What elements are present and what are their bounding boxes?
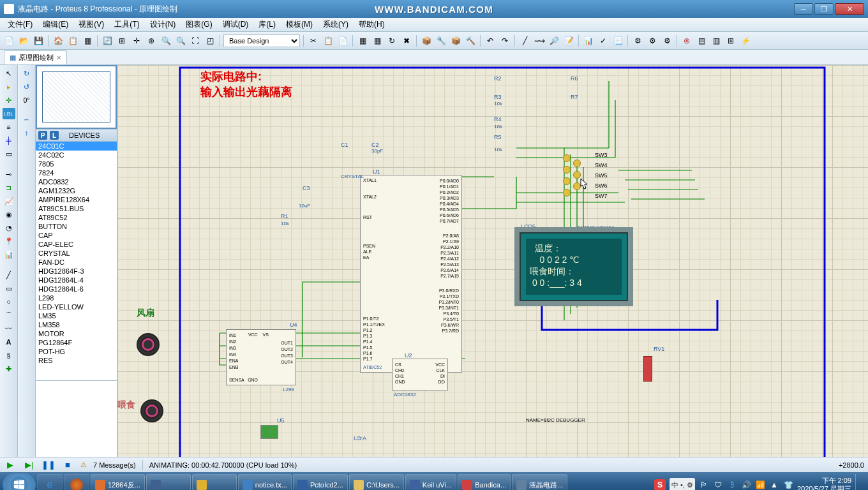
block-rotate-button[interactable]: ↻ (385, 34, 398, 47)
make-button[interactable]: 🔧 (435, 34, 447, 47)
taskbar-item[interactable]: PctoIcd2... (293, 474, 348, 490)
feed-motor-component[interactable] (140, 399, 163, 422)
tool-e-button[interactable]: ▤ (695, 34, 708, 47)
tray-flag-icon[interactable]: 🏳 (699, 480, 709, 490)
pick-button[interactable]: 📦 (420, 34, 433, 47)
rotate-cw-button[interactable]: ↻ (21, 68, 33, 79)
tab-close-icon[interactable]: ✕ (56, 54, 61, 61)
device-item[interactable]: LED-YELLOW (36, 302, 117, 311)
bom-button[interactable]: 📊 (582, 34, 595, 47)
tool-h-button[interactable]: ⚡ (739, 34, 752, 47)
device-item[interactable]: FAN-DC (36, 258, 117, 267)
u4-chip[interactable]: IN1IN2IN3IN4ENAENB VCC VS OUT1OUT2OUT3OU… (226, 329, 296, 385)
text-tool[interactable]: ≡ (3, 121, 15, 133)
arc-tool[interactable]: ⌒ (3, 309, 15, 321)
u2-chip[interactable]: CSCH0CH1GND VCCCLKDIDO ADC0832 (392, 359, 448, 390)
fan-component[interactable] (137, 333, 160, 356)
home-button[interactable]: 🏠 (52, 34, 64, 47)
menu-file[interactable]: 文件(F) (3, 18, 38, 31)
tool-f-button[interactable]: ▥ (710, 34, 722, 47)
selection-tool[interactable]: ↖ (3, 68, 15, 79)
autoroute-button[interactable]: ⟿ (533, 34, 546, 47)
device-item[interactable]: HDG12864F-3 (36, 267, 117, 276)
open-button[interactable]: 📂 (17, 34, 30, 47)
tool-g-button[interactable]: ⊞ (724, 34, 737, 47)
path-tool[interactable]: 〰 (3, 323, 15, 334)
decompose-button[interactable]: 🔨 (464, 34, 477, 47)
probe-tool[interactable]: 📍 (3, 235, 15, 247)
marker-tool[interactable]: ✚ (3, 363, 15, 375)
taskbar-item[interactable] (192, 474, 237, 490)
menu-debug[interactable]: 调试(D) (218, 18, 254, 31)
device-item[interactable]: MOTOR (36, 329, 117, 338)
schematic-canvas[interactable]: 实际电路中:输入输出光藕隔离 风扇 喂食 U1 XTAL1 XTAL2 RST … (117, 65, 868, 457)
device-item[interactable]: 24C02C (36, 151, 117, 160)
warning-icon[interactable]: ⚠ (80, 461, 87, 469)
property-button[interactable]: 📝 (562, 34, 575, 47)
undo-button[interactable]: ↶ (484, 34, 497, 47)
ime-indicator[interactable]: S (654, 479, 666, 490)
grid-button[interactable]: ⊞ (116, 34, 128, 47)
rotate-ccw-button[interactable]: ↺ (21, 81, 33, 93)
instrument-tool[interactable]: 📊 (3, 249, 15, 260)
menu-template[interactable]: 模板(M) (281, 18, 318, 31)
erc-button[interactable]: ✓ (597, 34, 610, 47)
switch-bank[interactable] (558, 154, 596, 205)
box-tool[interactable]: ▭ (3, 283, 15, 294)
device-item[interactable]: L298 (36, 293, 117, 302)
zoom-center-button[interactable]: ⊕ (145, 34, 158, 47)
line-tool[interactable]: ╱ (3, 269, 15, 281)
device-item[interactable]: 7805 (36, 160, 117, 168)
pinned-ie[interactable]: e (37, 474, 63, 490)
device-item[interactable]: CAP (36, 231, 117, 240)
symbol-tool[interactable]: § (3, 350, 15, 361)
menu-design[interactable]: 设计(N) (145, 18, 181, 31)
device-item[interactable]: AT89C51.BUS (36, 204, 117, 213)
pick-devices-button[interactable]: P (38, 131, 47, 140)
step-button[interactable]: ▶| (23, 459, 36, 471)
cut-button[interactable]: ✂ (307, 34, 320, 47)
device-item[interactable]: 7824 (36, 168, 117, 177)
search-button[interactable]: 🔎 (548, 34, 560, 47)
block-copy-button[interactable]: ▦ (356, 34, 369, 47)
menu-tools[interactable]: 工具(T) (109, 18, 144, 31)
flip-v-button[interactable]: ↕ (21, 127, 33, 138)
device-item[interactable]: PG12864F (36, 338, 117, 347)
device-item[interactable]: 24C01C (36, 142, 117, 151)
u5-chip[interactable] (260, 425, 278, 439)
wire-button[interactable]: ╱ (518, 34, 531, 47)
taskbar-item[interactable]: notice.tx... (238, 474, 292, 490)
pinned-firefox[interactable] (64, 474, 89, 490)
design-combo[interactable]: Base Design (223, 34, 300, 47)
pcb-button[interactable]: ▦ (81, 34, 94, 47)
device-item[interactable]: POT-HG (36, 347, 117, 356)
subcircuit-tool[interactable]: ▭ (3, 148, 15, 160)
device-item[interactable]: BUTTON (36, 222, 117, 231)
menu-system[interactable]: 系统(Y) (318, 18, 354, 31)
pin-tool[interactable]: ⊐ (3, 182, 15, 193)
zoom-fit-button[interactable]: ⛶ (189, 34, 202, 47)
tray-bluetooth-icon[interactable]: ₿ (727, 480, 737, 490)
taskbar-item[interactable]: Keil uVi... (405, 474, 456, 490)
netlist-button[interactable]: 📃 (611, 34, 624, 47)
tray-network-icon[interactable]: 📶 (755, 480, 765, 490)
graph-tool[interactable]: 📈 (3, 195, 15, 207)
save-button[interactable]: 💾 (32, 34, 45, 47)
block-delete-button[interactable]: ✖ (400, 34, 413, 47)
redo-button[interactable]: ↷ (498, 34, 511, 47)
junction-tool[interactable]: ✛ (3, 94, 15, 106)
generator-tool[interactable]: ◔ (3, 222, 15, 234)
terminal-tool[interactable]: ⊸ (3, 168, 15, 180)
tool-c-button[interactable]: ⚙ (661, 34, 673, 47)
device-list[interactable]: 24C01C24C02C78057824ADC0832AGM1232GAMPIR… (36, 142, 117, 380)
start-button[interactable] (3, 473, 36, 490)
taskbar-item[interactable]: Bandica... (458, 474, 511, 490)
block-move-button[interactable]: ▦ (371, 34, 384, 47)
circle-tool[interactable]: ○ (3, 296, 15, 308)
maximize-button[interactable]: ❐ (814, 3, 834, 15)
zoom-out-button[interactable]: 🔍 (174, 34, 187, 47)
tape-tool[interactable]: ◉ (3, 209, 15, 220)
stop-button[interactable]: ■ (61, 459, 74, 471)
taskbar-item[interactable]: 液晶电路... (512, 474, 567, 490)
menu-help[interactable]: 帮助(H) (354, 18, 390, 31)
